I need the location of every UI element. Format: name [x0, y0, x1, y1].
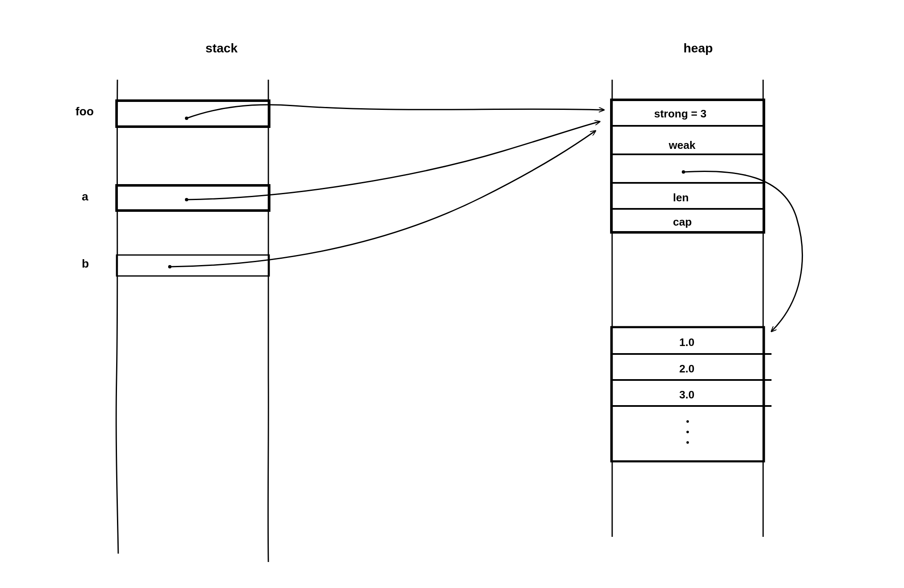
arrow-rc-to-data	[683, 171, 803, 331]
arrow-b-to-heap	[170, 131, 595, 267]
heap-rc-cap: cap	[673, 216, 692, 228]
ellipsis-dot	[686, 441, 689, 444]
stack-cell-foo	[117, 101, 269, 127]
heap-rc-len: len	[673, 191, 689, 204]
ellipsis-dot	[686, 431, 689, 433]
stack-right-line	[268, 80, 268, 562]
stack-left-line	[116, 80, 118, 554]
heap-data-3: 3.0	[679, 388, 694, 401]
heap-title: heap	[683, 41, 713, 55]
stack-title: stack	[205, 41, 238, 55]
ellipsis-dot	[686, 420, 689, 423]
stack-cell-b	[117, 255, 269, 276]
heap-rc-strong: strong = 3	[654, 107, 707, 120]
arrow-a-to-heap	[187, 122, 600, 200]
heap-data-1: 1.0	[679, 336, 694, 349]
heap-data-2: 2.0	[679, 362, 694, 375]
stack-var-foo: foo	[75, 105, 94, 118]
heap-rc-weak: weak	[668, 139, 696, 151]
arrow-foo-to-heap	[187, 105, 604, 118]
stack-var-a: a	[82, 190, 88, 203]
stack-var-b: b	[82, 257, 89, 270]
stack-cell-a	[117, 185, 269, 211]
